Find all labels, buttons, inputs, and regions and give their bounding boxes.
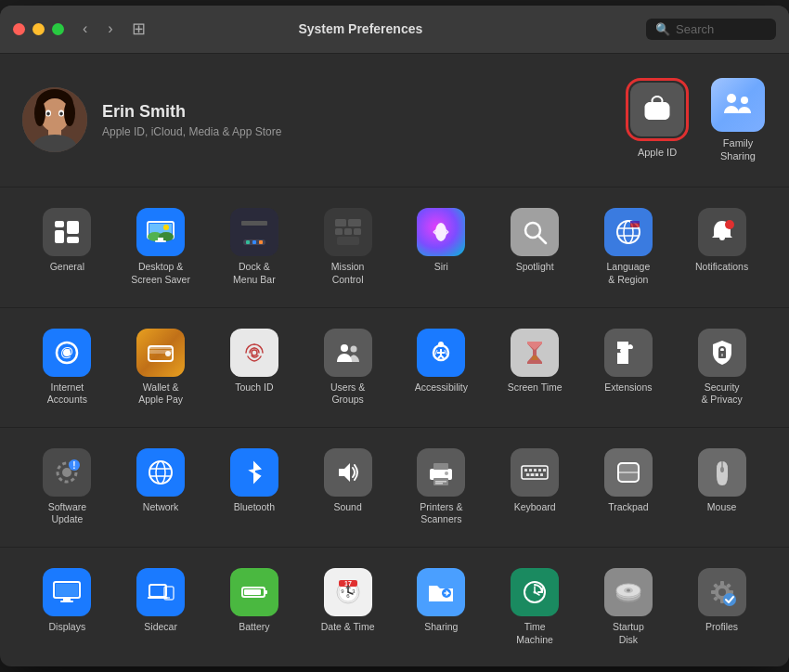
pref-accessibility[interactable]: Accessibility — [396, 323, 486, 412]
pref-sound[interactable]: Sound — [303, 443, 393, 532]
svg-rect-131 — [711, 590, 716, 594]
personal-grid: General Deskt — [22, 202, 767, 291]
section-accounts: @ InternetAccounts Wallet &Apple Pay — [0, 308, 789, 428]
svg-point-71 — [156, 461, 165, 484]
pref-users-groups[interactable]: Users &Groups — [303, 323, 393, 412]
keyboard-label: Keyboard — [514, 501, 556, 514]
svg-rect-83 — [534, 469, 537, 472]
pref-language-region[interactable]: Language& Region — [584, 202, 674, 291]
svg-rect-24 — [241, 221, 267, 226]
pref-battery[interactable]: Battery — [210, 562, 300, 652]
minimize-button[interactable] — [32, 23, 45, 35]
pref-startup-disk[interactable]: StartupDisk — [584, 562, 674, 652]
pref-displays[interactable]: Displays — [22, 562, 112, 652]
svg-text:@: @ — [61, 344, 74, 359]
mission-label: MissionControl — [331, 261, 365, 286]
pref-desktop-screensaver[interactable]: Desktop &Screen Saver — [116, 202, 206, 291]
svg-rect-104 — [265, 590, 267, 594]
pref-printers-scanners[interactable]: Printers &Scanners — [396, 443, 486, 532]
search-input[interactable] — [676, 22, 767, 36]
search-box[interactable]: 🔍 — [646, 19, 776, 40]
pref-trackpad[interactable]: Trackpad — [584, 443, 674, 532]
svg-point-52 — [252, 350, 257, 355]
internet-accounts-icon: @ — [43, 329, 91, 377]
svg-rect-30 — [348, 219, 361, 226]
section-other: Displays Sidecar — [0, 548, 789, 666]
sharing-icon — [417, 568, 465, 616]
pref-extensions[interactable]: Extensions — [584, 323, 674, 412]
notifications-icon — [698, 208, 746, 256]
traffic-lights — [13, 23, 64, 35]
profiles-icon — [698, 568, 746, 616]
svg-rect-14 — [55, 230, 64, 243]
pref-software-update[interactable]: ! SoftwareUpdate — [22, 443, 112, 532]
startupdisk-icon — [604, 568, 653, 616]
extensions-label: Extensions — [604, 381, 652, 394]
pref-general[interactable]: General — [22, 202, 112, 291]
user-name: Erin Smith — [102, 102, 624, 122]
svg-rect-34 — [337, 237, 359, 245]
sidecar-icon — [136, 568, 185, 616]
pref-internet-accounts[interactable]: @ InternetAccounts — [22, 323, 112, 412]
printers-label: Printers &Scanners — [420, 501, 462, 526]
pref-network[interactable]: Network — [116, 443, 206, 532]
pref-notifications[interactable]: Notifications — [677, 202, 767, 291]
svg-rect-80 — [522, 466, 548, 479]
pref-security-privacy[interactable]: Security& Privacy — [677, 323, 767, 412]
pref-dock-menubar[interactable]: Dock &Menu Bar — [210, 202, 300, 291]
pref-keyboard[interactable]: Keyboard — [490, 443, 580, 532]
datetime-icon: 12 3 6 9 17 — [324, 568, 372, 616]
svg-point-12 — [741, 97, 748, 104]
pref-touch-id[interactable]: Touch ID — [210, 323, 300, 412]
keyboard-icon — [511, 448, 559, 497]
sound-label: Sound — [333, 501, 361, 514]
svg-point-120 — [534, 591, 537, 594]
desktop-label: Desktop &Screen Saver — [131, 261, 190, 286]
wallet-icon — [136, 329, 185, 377]
pref-mission-control[interactable]: MissionControl — [303, 202, 393, 291]
svg-rect-82 — [529, 469, 532, 472]
svg-rect-77 — [435, 481, 446, 483]
bluetooth-icon — [230, 448, 278, 497]
accessibility-label: Accessibility — [415, 381, 468, 394]
close-button[interactable] — [13, 23, 25, 35]
mission-icon — [324, 208, 372, 256]
language-icon — [604, 208, 653, 256]
svg-rect-75 — [433, 463, 448, 470]
sharing-label: Sharing — [424, 621, 458, 634]
pref-spotlight[interactable]: Spotlight — [490, 202, 580, 291]
svg-rect-78 — [435, 483, 443, 485]
svg-rect-31 — [335, 228, 343, 235]
displays-label: Displays — [49, 621, 86, 634]
svg-point-35 — [435, 223, 446, 241]
pref-screen-time[interactable]: Screen Time — [490, 323, 580, 412]
pref-siri[interactable]: Siri — [396, 202, 486, 291]
avatar[interactable] — [22, 87, 87, 152]
svg-rect-105 — [244, 589, 261, 595]
pref-wallet-applepay[interactable]: Wallet &Apple Pay — [116, 323, 206, 412]
pref-time-machine[interactable]: TimeMachine — [490, 562, 580, 652]
profile-icons: Apple ID FamilySharing — [624, 72, 767, 169]
pref-sidecar[interactable]: Sidecar — [116, 562, 206, 652]
pref-date-time[interactable]: 12 3 6 9 17 Date & Time — [303, 562, 393, 652]
pref-profiles[interactable]: Profiles — [677, 562, 767, 652]
pref-sharing[interactable]: Sharing — [396, 562, 486, 652]
pref-bluetooth[interactable]: Bluetooth — [210, 443, 300, 532]
svg-point-11 — [727, 94, 736, 103]
extensions-icon — [604, 329, 653, 377]
battery-label: Battery — [239, 621, 269, 634]
pref-mouse[interactable]: Mouse — [677, 443, 767, 532]
svg-point-4 — [64, 100, 75, 126]
svg-point-102 — [168, 597, 170, 599]
svg-rect-65 — [721, 354, 723, 356]
apple-id-icon[interactable]: Apple ID — [624, 72, 691, 169]
svg-line-37 — [538, 236, 546, 243]
svg-rect-27 — [252, 240, 256, 244]
family-sharing-icon[interactable]: FamilySharing — [709, 72, 767, 169]
svg-rect-29 — [335, 219, 346, 226]
sidecar-label: Sidecar — [144, 621, 177, 634]
svg-rect-84 — [538, 469, 541, 472]
maximize-button[interactable] — [52, 23, 64, 35]
sound-icon — [324, 448, 372, 497]
network-label: Network — [143, 501, 179, 514]
